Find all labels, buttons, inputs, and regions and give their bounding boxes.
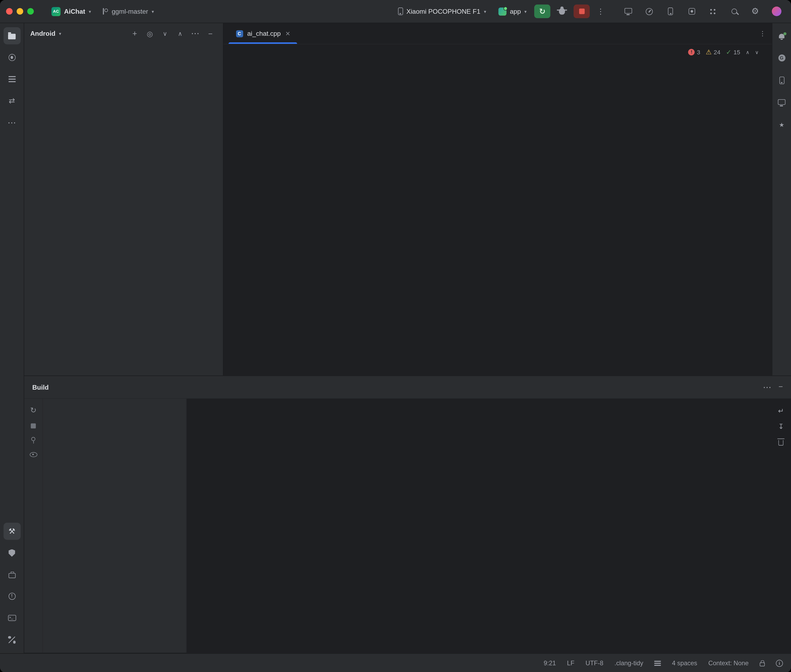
close-window-button[interactable] [6,8,12,14]
ide-window: AC AiChat ▾ ggml-master ▾ Xiaomi POCOPHO… [0,0,791,672]
more-button[interactable] [3,114,21,131]
project-button[interactable] [3,27,21,44]
left-strip-bottom [3,523,21,648]
profiler-button[interactable] [640,4,658,19]
build-console[interactable] [187,399,791,653]
error-count[interactable]: ! 3 [688,49,700,56]
clear-all-button[interactable] [778,438,783,446]
notifications-button[interactable] [773,27,790,44]
run-config-icon [498,7,506,15]
project-tree [24,44,223,375]
editor-options-button[interactable]: ⋮ [759,30,766,37]
chevron-down-icon: ▾ [89,9,91,14]
settings-button[interactable] [747,4,764,19]
scroll-to-end-button[interactable] [778,422,784,430]
stop-button[interactable] [30,423,36,428]
running-devices-panel-button[interactable] [773,94,790,111]
more-button[interactable] [763,382,771,392]
formatter-widget[interactable] [654,661,661,666]
sync-refresh-button[interactable] [30,406,37,415]
debug-button[interactable] [554,4,571,19]
app-quality-insights-button[interactable] [3,544,21,562]
next-problem-button[interactable]: ∨ [755,50,759,55]
add-button[interactable] [128,27,141,40]
ai-assistant-icon [779,121,784,128]
file-encoding[interactable]: UTF-8 [586,660,603,667]
gradle-icon [778,54,785,61]
project-view-mode[interactable]: Android [30,30,55,37]
prev-problem-button[interactable]: ∧ [746,50,749,55]
caret-position[interactable]: 9:21 [544,660,556,667]
hide-button[interactable] [204,27,217,40]
minimize-window-button[interactable] [17,8,23,14]
run-config-selector[interactable]: app ▾ [494,5,531,18]
commit-button[interactable] [3,49,21,66]
expand-all-button[interactable] [159,27,172,40]
device-explorer-button[interactable] [773,72,790,89]
more-tools-button[interactable] [704,4,722,19]
tab-bar-tools: ⋮ [759,30,766,37]
phone-icon [398,8,403,15]
device-selector[interactable]: Xiaomi POCOPHONE F1 ▾ [393,6,491,17]
stop-button[interactable] [574,5,590,18]
build-button[interactable] [3,523,21,540]
eye-icon [30,452,37,457]
collapse-all-button[interactable] [173,27,187,40]
maximize-window-button[interactable] [27,8,34,14]
more-button[interactable] [189,27,202,40]
device-name: Xiaomi POCOPHONE F1 [406,8,480,15]
clang-tidy-widget[interactable]: .clang-tidy [615,660,643,667]
version-control-button[interactable] [3,631,21,648]
soft-wrap-button[interactable] [778,407,784,415]
status-bar-widgets: 9:21 LF UTF-8 .clang-tidy 4 spaces Conte… [544,660,783,667]
app-inspection-icon [688,8,695,14]
user-avatar-icon [772,6,781,16]
user-avatar-button[interactable] [768,4,785,19]
ai-context-widget[interactable]: Context: None [708,660,749,667]
indent-style[interactable]: 4 spaces [672,660,697,667]
error-stripe[interactable] [765,44,772,375]
build-header: Build [24,376,791,398]
gradle-button[interactable] [773,50,790,67]
pull-requests-button[interactable] [3,92,21,109]
problems-button[interactable] [3,588,21,605]
app-inspection-button[interactable] [683,4,700,19]
close-tab-icon[interactable]: ✕ [285,30,290,37]
settings-icon [751,6,759,16]
hide-icon [779,382,783,390]
ai-assistant-button[interactable] [773,116,790,133]
line-separator[interactable]: LF [567,660,574,667]
status-info-widget[interactable]: i [776,660,783,667]
structure-button[interactable] [3,70,21,88]
search-button[interactable] [725,4,743,19]
editor-tab-ai-chat-cpp[interactable]: ai_chat.cpp ✕ [228,23,297,44]
terminal-button[interactable] [3,610,21,627]
warning-count[interactable]: ⚠ 24 [706,48,720,56]
more-run-options-button[interactable]: ⋮ [593,7,608,16]
project-widget[interactable]: AC AiChat ▾ [47,5,96,18]
lock-widget[interactable] [760,660,765,666]
editor-tab-label: ai_chat.cpp [247,30,281,37]
rerun-button[interactable]: ↻ [534,5,550,18]
eye-button[interactable] [30,452,37,457]
title-bar: AC AiChat ▾ ggml-master ▾ Xiaomi POCOPHO… [0,0,791,23]
device-manager-button[interactable] [662,4,679,19]
soft-wrap-icon [778,407,784,415]
run-toolbar: Xiaomi POCOPHONE F1 ▾ app ▾ ↻ ⋮ [393,4,608,19]
branch-widget[interactable]: ggml-master ▾ [98,6,159,17]
structure-icon [8,76,15,77]
hide-button[interactable] [779,382,783,392]
build-tool-window: Build [24,375,791,653]
version-control-icon [9,636,15,643]
build-variants-button[interactable] [3,566,21,583]
inspections-widget[interactable]: ! 3 ⚠ 24 ✓ 15 ∧ ∨ [688,48,759,56]
pin-button[interactable] [31,437,35,443]
console-tools [778,407,784,446]
build-body [24,399,791,653]
code-editor[interactable]: ! 3 ⚠ 24 ✓ 15 ∧ ∨ [223,44,772,375]
app-quality-insights-icon [9,549,15,557]
running-devices-button[interactable] [619,4,637,19]
passed-count[interactable]: ✓ 15 [726,48,740,56]
locate-button[interactable] [143,27,156,40]
git-branch-icon [102,8,108,15]
